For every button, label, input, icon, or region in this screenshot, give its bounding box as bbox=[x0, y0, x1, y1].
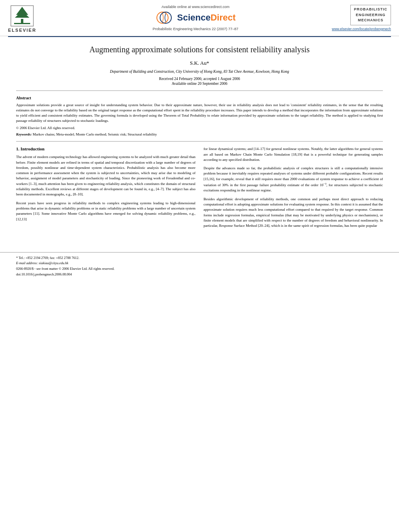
main-content: Augmenting approximate solutions for con… bbox=[0, 37, 399, 240]
journal-citation: Probabilistic Engineering Mechanics 22 (… bbox=[152, 27, 238, 31]
intro-para1: The advent of modern computing technolog… bbox=[16, 154, 195, 197]
right-column: for linear dynamical systems; and [14–17… bbox=[204, 146, 383, 232]
title-divider bbox=[16, 90, 383, 91]
keywords-label: Keywords: bbox=[16, 132, 32, 136]
abstract-heading: Abstract bbox=[16, 96, 383, 100]
footer-section: * Tel.: +852 2194 2769; fax: +852 2788 7… bbox=[0, 252, 399, 276]
science-text: Science bbox=[177, 12, 210, 23]
direct-text: Direct bbox=[210, 12, 235, 23]
elsevier-label: ELSEVIER bbox=[8, 28, 36, 33]
journal-title-box: PROBABILISTIC ENGINEERING MECHANICS bbox=[350, 5, 391, 25]
abstract-section: Abstract Approximate solutions provide a… bbox=[16, 96, 383, 136]
elsevier-logo: ELSEVIER bbox=[8, 5, 36, 33]
svg-rect-5 bbox=[14, 23, 30, 24]
author-affiliation: Department of Building and Construction,… bbox=[16, 70, 383, 74]
header-left: ELSEVIER bbox=[8, 5, 64, 33]
copyright-text: © 2006 Elsevier Ltd. All rights reserved… bbox=[16, 126, 383, 130]
keywords-text: Markov chains; Meta-model; Monte Carlo m… bbox=[33, 132, 157, 136]
journal-title-line3: MECHANICS bbox=[354, 18, 387, 23]
received-date: Received 24 February 2006; accepted 1 Au… bbox=[16, 77, 383, 81]
journal-url[interactable]: www.elsevier.com/locate/probengmech bbox=[332, 27, 391, 31]
available-online-text: Available online at www.sciencedirect.co… bbox=[162, 5, 230, 9]
introduction-heading: 1. Introduction bbox=[16, 146, 195, 151]
journal-title-line1: PROBABILISTIC bbox=[354, 7, 387, 12]
footer-copyright1: 0266-8920/$ - see front matter © 2006 El… bbox=[16, 267, 383, 271]
footnote1: * Tel.: +852 2194 2769; fax: +852 2788 7… bbox=[16, 256, 383, 260]
footer-copyright2: doi:10.1016/j.probengmech.2006.08.004 bbox=[16, 272, 383, 276]
two-column-layout: 1. Introduction The advent of modern com… bbox=[16, 146, 383, 232]
sciencedirect-logo: Science Direct bbox=[155, 10, 236, 25]
elsevier-tree-icon bbox=[10, 5, 34, 27]
right-para1: for linear dynamical systems; and [14–17… bbox=[204, 146, 383, 162]
page: ELSEVIER Available online at www.science… bbox=[0, 0, 399, 532]
keywords-section: Keywords: Markov chains; Meta-model; Mon… bbox=[16, 132, 383, 136]
left-column: 1. Introduction The advent of modern com… bbox=[16, 146, 195, 232]
header-center: Available online at www.sciencedirect.co… bbox=[64, 5, 327, 31]
right-para2: Despite the advances made so far, the pr… bbox=[204, 166, 383, 193]
journal-title-line2: ENGINEERING bbox=[354, 12, 387, 18]
header-right: PROBABILISTIC ENGINEERING MECHANICS www.… bbox=[327, 5, 391, 31]
author-name: S.K. Au* bbox=[16, 60, 383, 66]
article-title: Augmenting approximate solutions for con… bbox=[16, 45, 383, 54]
header: ELSEVIER Available online at www.science… bbox=[0, 0, 399, 36]
available-online-date: Available online 20 September 2006 bbox=[16, 82, 383, 86]
sciencedirect-text: Science Direct bbox=[177, 12, 236, 23]
footnote2: E-mail address: siukiau@cityu.edu.hk bbox=[16, 261, 383, 265]
right-para3: Besides algorithmic development of relia… bbox=[204, 197, 383, 229]
intro-para2: Recent years have seen progress in relia… bbox=[16, 201, 195, 222]
sciencedirect-icon bbox=[155, 10, 175, 25]
abstract-divider bbox=[16, 141, 383, 142]
abstract-text: Approximate solutions provide a great so… bbox=[16, 103, 383, 123]
